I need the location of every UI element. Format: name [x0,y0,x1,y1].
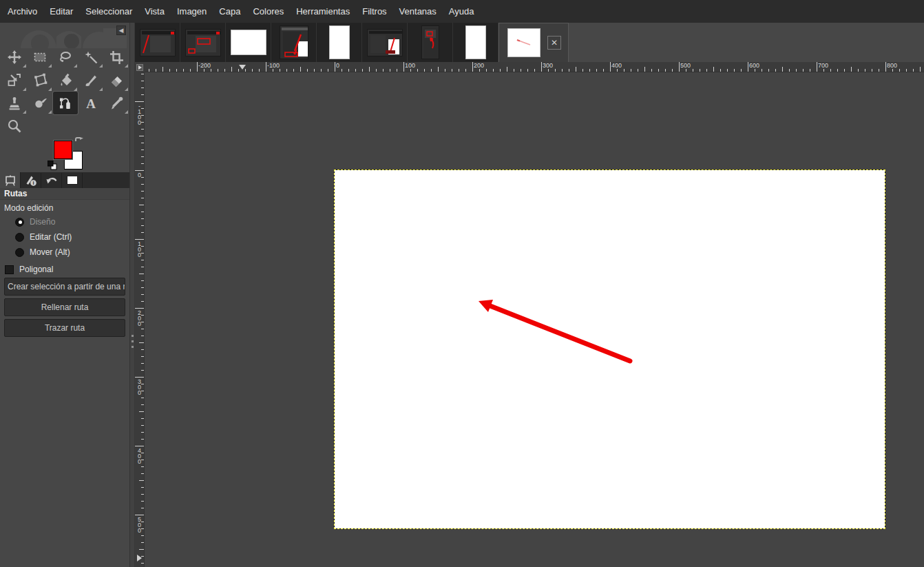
image-thumbnail [329,25,350,59]
swap-colors-icon[interactable] [74,137,85,147]
canvas-viewport[interactable] [145,72,924,567]
toolbox-panel: A i ◀ Rutas Modo edición Diseño Editar (… [0,23,129,567]
image-tab-6[interactable] [362,23,408,62]
poligonal-checkbox-row[interactable]: Poligonal [0,262,129,277]
menu-ventanas[interactable]: Ventanas [393,0,443,23]
vertical-ruler[interactable]: -1000100200300400500 [135,72,145,567]
dock-tab-image-preview[interactable] [62,173,83,188]
radio-button[interactable] [15,218,24,227]
radio-row-1[interactable]: Editar (Ctrl) [0,229,129,245]
tool-group-indicator [23,110,26,114]
paintbrush-tool[interactable] [78,69,103,92]
image-tab-8[interactable] [453,23,498,62]
tool-group-indicator [74,87,77,91]
hruler-label: 0 [336,62,339,69]
image-thumbnail [465,25,486,59]
image-thumbnail [421,25,439,59]
radio-label: Editar (Ctrl) [30,232,72,242]
hruler-label: 700 [818,62,828,69]
radio-row-2[interactable]: Mover (Alt) [0,245,129,260]
cage-transform-tool[interactable] [28,69,52,92]
image-thumbnail [367,29,403,56]
fill-path-button[interactable]: Rellenar ruta [4,298,125,316]
image-tab-5[interactable] [317,23,362,62]
dock-collapse-button[interactable]: ◀ [116,25,126,35]
tool-group-indicator [23,87,26,91]
red-arrow-drawing [335,170,885,528]
stroke-path-button[interactable]: Trazar ruta [4,319,125,337]
menu-capa[interactable]: Capa [213,0,246,23]
svg-text:A: A [86,96,96,111]
tool-group-indicator [48,110,52,114]
crop-tool[interactable] [104,45,129,68]
dock-tab-undo-history[interactable] [41,173,62,188]
canvas[interactable] [335,170,885,528]
radio-button[interactable] [15,248,24,257]
foreground-color-swatch[interactable] [54,141,72,159]
panel-title: Rutas [0,188,129,200]
vruler-label: 400 [136,448,143,464]
image-tab-9[interactable]: ✕ [498,23,569,62]
image-tab-2[interactable] [180,23,226,62]
move-tool[interactable] [2,45,27,68]
image-tab-3[interactable] [226,23,271,62]
tool-group-indicator [125,64,128,68]
menu-herramientas[interactable]: Herramientas [290,0,356,23]
menu-ayuda[interactable]: Ayuda [443,0,481,23]
menu-seleccionar[interactable]: Seleccionar [79,0,138,23]
tool-options-panel: Rutas Modo edición Diseño Editar (Ctrl) … [0,188,129,567]
dock-tab-device-status[interactable]: i [21,173,41,188]
panel-divider[interactable] [129,23,135,567]
default-colors-icon[interactable] [48,161,57,170]
image-tab-4[interactable] [271,23,317,62]
close-tab-icon[interactable]: ✕ [547,36,561,50]
color-picker-tool[interactable] [104,92,129,114]
hruler-label: 800 [887,62,897,69]
menu-colores[interactable]: Colores [246,0,290,23]
menu-filtros[interactable]: Filtros [356,0,392,23]
dock-tab-tool-options[interactable] [0,172,21,188]
eraser-tool[interactable] [104,69,129,92]
image-thumbnail [140,29,176,56]
zoom-tool[interactable] [2,115,27,138]
menu-arrow-icon[interactable] [136,64,143,71]
image-tab-1[interactable] [135,23,180,62]
clone-tool[interactable] [2,92,27,114]
menu-archivo[interactable]: Archivo [1,0,43,23]
tool-group-indicator [48,64,52,68]
poligonal-checkbox[interactable] [5,265,14,274]
paintbrush-icon [83,72,98,87]
fuzzy-select-tool[interactable] [78,45,103,68]
horizontal-ruler[interactable]: -200-1000100200300400500600700800 [145,62,924,72]
create-selection-from-path-button[interactable]: Crear selección a partir de una ru [4,278,125,296]
paths-icon [58,96,73,111]
menubar: ArchivoEditarSeleccionarVistaImagenCapaC… [0,0,924,23]
cage-transform-icon [32,72,48,87]
tool-group-indicator [48,87,52,91]
poligonal-label: Poligonal [19,265,53,274]
smudge-tool[interactable] [28,92,52,114]
image-thumbnail [231,30,266,55]
eraser-icon [109,72,124,87]
image-tab-7[interactable] [408,23,453,62]
radio-button[interactable] [15,233,24,242]
menu-imagen[interactable]: Imagen [171,0,213,23]
menu-editar[interactable]: Editar [43,0,79,23]
menu-vista[interactable]: Vista [138,0,171,23]
device-status-icon: i [25,174,37,187]
hruler-label: 600 [749,62,759,69]
color-area [41,137,90,173]
radio-label: Diseño [30,217,55,227]
text-tool[interactable]: A [78,92,103,114]
radio-row-0[interactable]: Diseño [0,214,129,229]
transform-tool[interactable] [2,69,27,92]
bucket-fill-icon [58,72,73,87]
bucket-fill-tool[interactable] [53,69,78,92]
free-select-tool[interactable] [53,45,78,68]
rect-select-tool[interactable] [28,45,52,68]
clone-icon [7,96,22,111]
crop-icon [109,50,124,65]
vruler-label: 100 [136,241,143,258]
ruler-position-marker [239,65,246,70]
paths-tool[interactable] [53,92,78,114]
